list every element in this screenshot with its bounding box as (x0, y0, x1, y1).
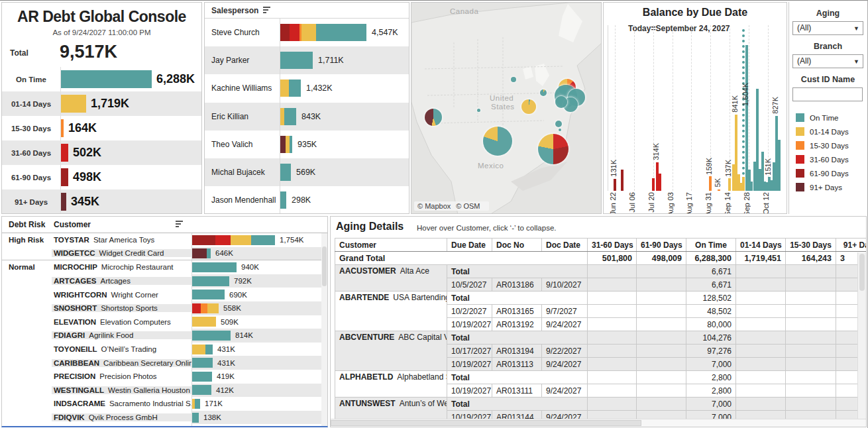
customer-row[interactable]: FDIACMEAcme Food Distribution135K (2, 424, 321, 426)
grand-total-row[interactable]: Grand Total501,800498,0096,288,3001,719,… (335, 252, 867, 265)
doc-date-cell[interactable]: 9/22/2027 (542, 345, 588, 358)
amount-on-time[interactable]: 48,502 (686, 305, 736, 318)
doc-no-cell[interactable]: AR013192 (492, 318, 542, 331)
map-pie-mark[interactable] (483, 127, 512, 156)
customer-total-row[interactable]: ABARTENDEUSA Bartending SchoolTotal128,5… (335, 292, 867, 305)
customer-row[interactable]: WRIGHTCORNWright Corner690K (2, 288, 321, 301)
amount-01-14[interactable] (736, 411, 786, 419)
bar-segment-on_time[interactable] (280, 191, 286, 209)
bar-segment-on_time[interactable] (192, 331, 231, 341)
due-date-bar[interactable] (621, 170, 624, 191)
amount-61-90[interactable] (637, 331, 686, 345)
bar-segment-days_01_14[interactable] (280, 80, 289, 97)
osm-attribution-link[interactable]: © OSM (456, 202, 480, 210)
sort-icon[interactable] (176, 221, 185, 229)
doc-no-cell[interactable]: AR013186 (492, 278, 542, 292)
salesperson-bar[interactable] (280, 24, 366, 41)
customer-row[interactable]: ELEVATIONElevation Computers509K (2, 315, 321, 329)
due-date-cell[interactable]: 10/19/2027 (447, 411, 492, 419)
aging-filter-dropdown[interactable]: (All) ▼ (792, 21, 863, 35)
doc-no-cell[interactable]: AR013111 (492, 384, 542, 398)
customer-total-row[interactable]: ALPHABETLDAlphabetland School CenterTota… (335, 371, 867, 384)
due-date-bar[interactable] (778, 140, 781, 191)
customer-row[interactable]: CARIBBEANCaribbean Secretary Online431K (2, 356, 321, 370)
amount-15-30[interactable] (786, 411, 836, 419)
doc-date-cell[interactable]: 9/24/2027 (542, 358, 588, 371)
amount-15-30[interactable] (786, 292, 836, 305)
amount-on-time[interactable]: 7,000 (686, 358, 736, 371)
due-date-bar[interactable] (659, 174, 661, 191)
bar-segment-on_time[interactable] (192, 372, 212, 382)
amount-on-time[interactable]: 80,000 (686, 318, 736, 331)
bar-segment-on_time[interactable] (284, 108, 296, 125)
amount-15-30[interactable] (786, 331, 836, 345)
summary-bar[interactable] (61, 95, 86, 113)
amount-61-90[interactable] (637, 318, 686, 331)
amount-15-30[interactable] (786, 278, 836, 292)
grand-total-amount[interactable]: 164,243 (786, 252, 836, 265)
amount-on-time[interactable]: 128,502 (686, 292, 736, 305)
due-date-bar[interactable] (742, 177, 745, 191)
amount-01-14[interactable] (736, 265, 786, 278)
amount-01-14[interactable] (736, 358, 786, 371)
bar-segment-on_time[interactable] (280, 52, 313, 69)
bar-segment-days_31_60[interactable] (192, 303, 201, 313)
amount-15-30[interactable] (786, 358, 836, 371)
bar-segment-on_time[interactable] (192, 290, 225, 299)
amount-31-60[interactable] (588, 384, 637, 398)
amount-on-time[interactable]: 7,000 (686, 398, 736, 411)
bar-segment-on_time[interactable] (289, 80, 301, 97)
amount-on-time[interactable]: 97,276 (686, 345, 736, 358)
bar-segment-on_time[interactable] (195, 399, 200, 409)
amount-61-90[interactable] (637, 265, 686, 278)
scrollbar-thumb[interactable] (859, 254, 865, 291)
bar-segment-days_31_60[interactable] (290, 24, 299, 41)
customer-row[interactable]: SNOSHORTShortstop Sports558K (2, 301, 321, 315)
branch-filter-dropdown[interactable]: (All) ▼ (792, 54, 863, 68)
amount-15-30[interactable] (786, 305, 836, 318)
customer-cell[interactable]: ALPHABETLDAlphabetland School Center (335, 371, 447, 398)
due-date-cell[interactable]: 10/5/2027 (447, 278, 492, 292)
due-date-cell[interactable]: 10/2/2027 (447, 305, 492, 318)
amount-on-time[interactable]: 2,800 (686, 384, 736, 398)
customer-bar[interactable] (192, 262, 237, 272)
customer-cell[interactable]: ABCVENTUREABC Capital Ventures (335, 331, 447, 371)
scrollbar-thumb[interactable] (331, 420, 641, 426)
due-date-bar[interactable] (709, 176, 712, 191)
bar-segment-days_61_90[interactable] (280, 24, 290, 41)
bar-segment-on_time[interactable] (192, 262, 237, 272)
customer-bar[interactable] (192, 399, 200, 409)
doc-no-cell[interactable]: AR013144 (492, 411, 542, 419)
amount-15-30[interactable] (786, 384, 836, 398)
due-date-cell[interactable]: 10/17/2027 (447, 345, 492, 358)
bar-segment-on_time[interactable] (316, 24, 366, 41)
legend-item-days_91[interactable]: 91+ Days (789, 180, 867, 194)
amount-31-60[interactable] (588, 371, 637, 384)
amount-61-90[interactable] (637, 371, 686, 384)
bar-segment-days_31_60[interactable] (215, 235, 231, 245)
doc-date-cell[interactable]: 9/24/2027 (542, 411, 588, 419)
customer-bar[interactable] (192, 385, 211, 395)
due-date-cell[interactable]: 10/19/2027 (447, 384, 492, 398)
amount-01-14[interactable] (736, 278, 786, 292)
customer-cell[interactable]: AACUSTOMERAlta Ace (335, 265, 447, 292)
amount-15-30[interactable] (786, 318, 836, 331)
amount-on-time[interactable]: 2,800 (686, 371, 736, 384)
customer-row[interactable]: PRECISIONPrecision Photos419K (2, 370, 321, 384)
customer-bar[interactable] (192, 345, 213, 354)
bar-segment-days_01_14[interactable] (231, 235, 251, 245)
map-pie-mark[interactable] (540, 89, 547, 96)
bar-segment-days_91[interactable] (280, 136, 286, 153)
doc-date-cell[interactable]: 9/10/2027 (542, 278, 588, 292)
bar-segment-on_time[interactable] (192, 413, 199, 423)
amount-31-60[interactable] (588, 265, 637, 278)
amount-01-14[interactable] (736, 318, 786, 331)
customer-bar[interactable] (192, 372, 212, 382)
amount-31-60[interactable] (588, 358, 637, 371)
grand-total-amount[interactable]: 6,288,300 (686, 252, 736, 265)
summary-bar[interactable] (61, 70, 152, 88)
customer-bar[interactable] (192, 303, 219, 313)
amount-01-14[interactable] (736, 292, 786, 305)
amount-15-30[interactable] (786, 398, 836, 411)
sort-icon[interactable] (263, 7, 272, 15)
